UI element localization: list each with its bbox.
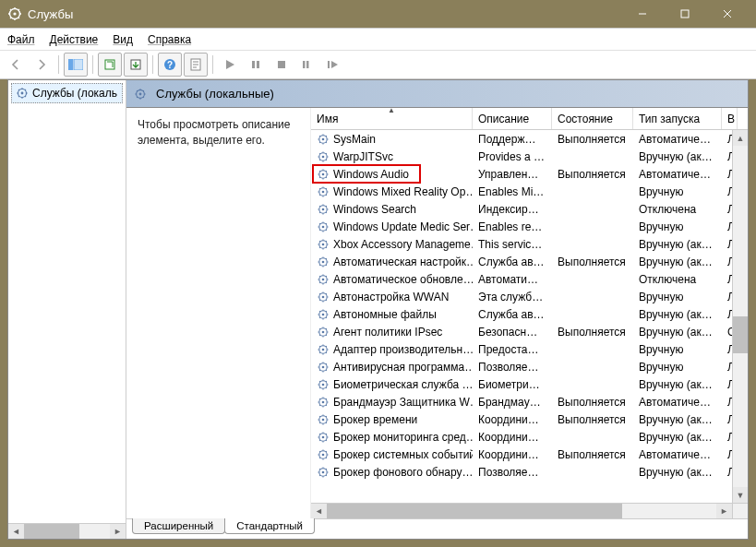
view-tabs: Расширенный Стандартный — [126, 518, 748, 539]
cell-state: Выполняется — [552, 326, 633, 339]
stop-service-button[interactable] — [270, 53, 294, 77]
service-row[interactable]: Автоматическая настройк…Служба ав…Выполн… — [311, 253, 748, 270]
service-row[interactable]: Брокер системных событийКоордини…Выполня… — [311, 446, 748, 463]
horizontal-scrollbar[interactable]: ◄ ► — [311, 503, 732, 518]
scroll-thumb[interactable] — [327, 504, 622, 518]
cell-name: Автономные файлы — [311, 308, 473, 321]
pane-header-title: Службы (локальные) — [156, 87, 274, 101]
cell-name: Автонастройка WWAN — [311, 291, 473, 303]
cell-startup: Вручную — [633, 343, 722, 356]
show-hide-tree-button[interactable] — [64, 53, 88, 77]
left-hscrollbar[interactable]: ◄ ► — [8, 523, 126, 539]
service-row[interactable]: WarpJITSvcProvides a …Вручную (ак…Л — [311, 148, 748, 165]
service-row[interactable]: Windows AudioУправлен…ВыполняетсяАвтомат… — [311, 165, 748, 183]
cell-name: Биометрическая служба … — [311, 378, 473, 391]
restart-service-button[interactable] — [321, 53, 345, 77]
service-row[interactable]: Брандмауэр Защитника W…Брандмау…Выполняе… — [311, 393, 748, 410]
app-icon — [7, 6, 22, 21]
nav-back-button[interactable] — [4, 53, 28, 77]
service-name-text: Windows Mixed Reality Op… — [333, 185, 473, 198]
svg-rect-10 — [252, 61, 255, 68]
service-row[interactable]: Антивирусная программа…Позволяе…ВручнуюЛ — [311, 358, 748, 375]
gear-icon — [317, 413, 330, 426]
cell-desc: Предоста… — [473, 343, 552, 356]
refresh-button[interactable] — [98, 53, 122, 77]
svg-point-23 — [322, 155, 325, 158]
service-name-text: SysMain — [333, 133, 376, 146]
gear-icon — [317, 466, 330, 479]
cell-desc: Позволяе… — [473, 466, 552, 479]
col-state[interactable]: Состояние — [552, 108, 633, 129]
close-button[interactable] — [706, 0, 749, 28]
service-row[interactable]: Автоматическое обновле…Автомати…Отключен… — [311, 270, 748, 288]
service-row[interactable]: Windows SearchИндексир…ОтключенаЛ — [311, 200, 748, 218]
restart-pause-button[interactable] — [295, 53, 319, 77]
svg-point-55 — [322, 435, 325, 438]
service-row[interactable]: Биометрическая служба …Биометри…Вручную … — [311, 375, 748, 393]
cell-desc: Поддерж… — [473, 133, 552, 146]
svg-point-37 — [322, 278, 325, 280]
nav-forward-button[interactable] — [30, 53, 54, 77]
col-name[interactable]: Имя ▲ — [311, 108, 473, 129]
service-name-text: Адаптер производительн… — [333, 343, 473, 356]
cell-name: Брокер времени — [311, 413, 473, 426]
cell-name: Автоматическая настройк… — [311, 256, 473, 268]
list-body[interactable]: SysMainПоддерж…ВыполняетсяАвтоматиче…ЛWa… — [311, 130, 748, 518]
svg-point-25 — [322, 172, 325, 175]
gear-icon — [317, 256, 330, 268]
scroll-up-arrow[interactable]: ▲ — [733, 130, 748, 146]
service-row[interactable]: Windows Update Medic Ser…Enables re…Вруч… — [311, 218, 748, 235]
menu-view[interactable]: Вид — [111, 31, 135, 48]
scroll-right-arrow[interactable]: ► — [110, 524, 126, 539]
export-list-button[interactable] — [124, 53, 148, 77]
service-row[interactable]: Автономные файлыСлужба ав…Вручную (ак…Л — [311, 305, 748, 323]
service-row[interactable]: Агент политики IPsecБезопасн…Выполняется… — [311, 323, 748, 340]
scroll-left-arrow[interactable]: ◄ — [8, 524, 24, 539]
tree-root-services[interactable]: Службы (локаль — [11, 83, 123, 103]
scroll-left-arrow[interactable]: ◄ — [311, 504, 327, 518]
properties-button[interactable] — [184, 53, 208, 77]
col-desc[interactable]: Описание — [473, 108, 552, 129]
svg-rect-13 — [303, 61, 306, 68]
menu-action[interactable]: Действие — [48, 31, 101, 48]
start-service-button[interactable] — [218, 53, 242, 77]
service-row[interactable]: SysMainПоддерж…ВыполняетсяАвтоматиче…Л — [311, 130, 748, 148]
service-name-text: Windows Audio — [333, 168, 409, 181]
service-row[interactable]: Брокер мониторинга сред…Координи…Вручную… — [311, 428, 748, 446]
col-logon[interactable]: В — [722, 108, 738, 129]
scroll-thumb[interactable] — [733, 316, 748, 353]
service-row[interactable]: Брокер времениКоордини…ВыполняетсяВручну… — [311, 410, 748, 428]
service-row[interactable]: Windows Mixed Reality Op…Enables Mi…Вруч… — [311, 183, 748, 200]
scroll-down-arrow[interactable]: ▼ — [733, 487, 748, 503]
menu-file[interactable]: Файл — [6, 31, 37, 48]
scroll-thumb[interactable] — [24, 524, 79, 539]
svg-point-35 — [322, 260, 325, 263]
service-row[interactable]: Брокер фонового обнару…Позволяе…Вручную … — [311, 463, 748, 481]
minimize-button[interactable] — [621, 0, 664, 28]
col-startup[interactable]: Тип запуска — [633, 108, 722, 129]
service-row[interactable]: Xbox Accessory Manageme…This servic…Вруч… — [311, 235, 748, 253]
pause-service-button[interactable] — [244, 53, 268, 77]
service-name-text: Брандмауэр Защитника W… — [333, 396, 473, 409]
svg-rect-4 — [74, 59, 83, 70]
service-row[interactable]: Адаптер производительн…Предоста…ВручнуюЛ — [311, 340, 748, 358]
scroll-right-arrow[interactable]: ► — [716, 504, 732, 518]
vertical-scrollbar[interactable]: ▲ ▼ — [732, 130, 748, 503]
svg-point-51 — [322, 400, 325, 403]
svg-point-57 — [322, 453, 325, 456]
svg-point-1 — [13, 12, 16, 15]
cell-name: Брокер системных событий — [311, 448, 473, 461]
tab-standard[interactable]: Стандартный — [224, 518, 315, 534]
service-name-text: Автоматическое обновле… — [333, 273, 473, 286]
svg-point-21 — [322, 137, 325, 140]
tab-extended[interactable]: Расширенный — [132, 518, 225, 534]
titlebar[interactable]: Службы — [0, 0, 756, 28]
maximize-button[interactable] — [664, 0, 706, 28]
pane-header: Службы (локальные) — [126, 80, 748, 108]
pane-body: Чтобы просмотреть описание элемента, выд… — [126, 108, 748, 518]
gear-icon — [317, 291, 330, 303]
gear-icon — [317, 396, 330, 409]
menu-help[interactable]: Справка — [146, 31, 193, 48]
help-button[interactable]: ? — [158, 53, 182, 77]
service-row[interactable]: Автонастройка WWANЭта служб…ВручнуюЛ — [311, 288, 748, 305]
